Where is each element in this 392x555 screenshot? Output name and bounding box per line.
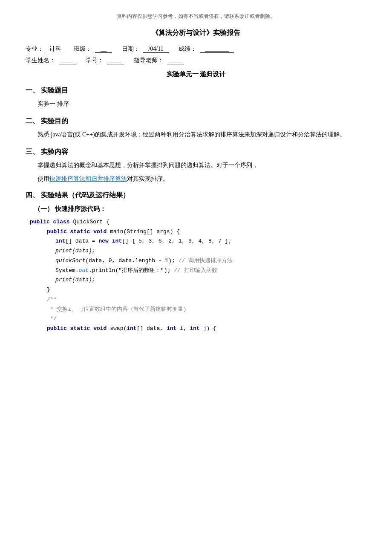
name-value: ____ [59, 57, 76, 64]
advisor-label: 指导老师： [134, 57, 164, 64]
experiment-unit-heading: 实验单元一 递归设计 [26, 70, 366, 78]
report-title: 《算法分析与设计》实验报告 [26, 29, 366, 38]
advisor-value: ____ [167, 57, 184, 64]
section1-content: 实验一 排序 [26, 98, 366, 109]
section3-content: 掌握递归算法的概念和基本思想，分析并掌握排列问题的递归算法。对于一个序列， [26, 160, 366, 171]
section2-content: 熟悉 java语言(或 C++)的集成开发环境；经过两种利用分治算法求解的排序算… [26, 129, 366, 140]
date-value: /04/11 [143, 46, 169, 53]
info-row-2: 学生姓名： ____ 学号： ____ 指导老师： ____ [26, 57, 366, 64]
major-value: 计科 [47, 45, 64, 53]
section3-content-line2: 使用快速排序算法和归并排序算法对其实现排序。 [37, 173, 366, 184]
score-label: 成绩： [179, 45, 196, 53]
section1-heading: 一、 实验题目 [26, 86, 366, 95]
watermark: 资料内容仅供您学习参考，如有不当或者侵权，请联系改正或者删除。 [26, 13, 366, 20]
section4-subsection: （一） 快速排序源代码： [34, 205, 366, 213]
code-block: public class QuickSort { public static v… [26, 217, 366, 334]
name-label: 学生姓名： [26, 57, 55, 64]
date-label: 日期： [122, 45, 140, 53]
sort-link: 快速排序算法和归并排序算法 [49, 176, 127, 182]
info-row-1: 专业： 计科 班级： __ 日期： /04/11 成绩： ________ [26, 45, 366, 53]
section3-heading: 三、 实验内容 [26, 147, 366, 156]
student-id-value: ____ [107, 57, 124, 64]
section4-heading: 四、 实验结果（代码及运行结果） [26, 191, 366, 200]
class-value: __ [95, 46, 112, 53]
section2-heading: 二、 实验目的 [26, 117, 366, 126]
class-label: 班级： [74, 45, 92, 53]
score-value: ________ [200, 46, 234, 53]
student-id-label: 学号： [86, 57, 104, 64]
major-label: 专业： [26, 45, 43, 53]
